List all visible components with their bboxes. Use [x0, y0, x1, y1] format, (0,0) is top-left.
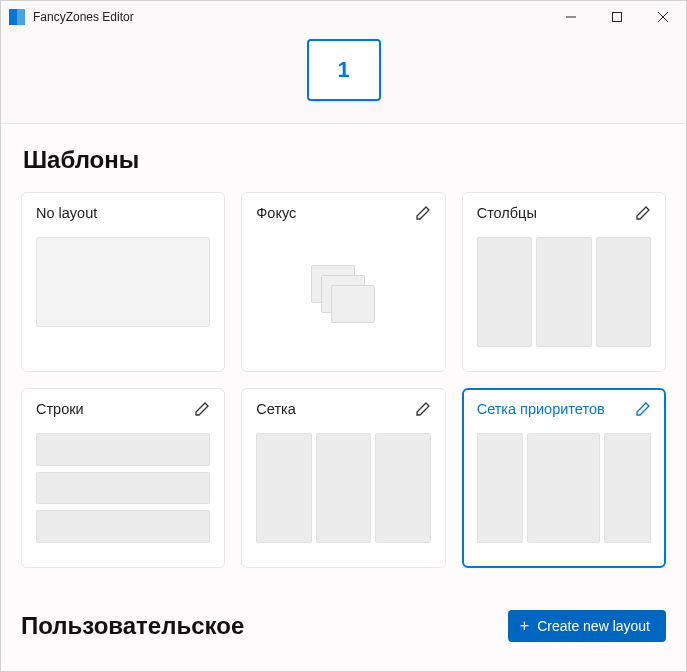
monitor-preview[interactable]: 1	[307, 39, 381, 101]
layout-preview-blank	[36, 237, 210, 327]
template-card-columns[interactable]: Столбцы	[462, 192, 666, 372]
layout-preview-priority	[477, 433, 651, 543]
templates-heading: Шаблоны	[23, 146, 666, 174]
template-label: Сетка	[256, 401, 295, 417]
template-card-grid[interactable]: Сетка	[241, 388, 445, 568]
template-card-rows[interactable]: Строки	[21, 388, 225, 568]
monitor-header: 1	[1, 33, 686, 124]
minimize-button[interactable]	[548, 1, 594, 33]
pencil-icon[interactable]	[194, 401, 210, 417]
template-card-priority-grid[interactable]: Сетка приоритетов	[462, 388, 666, 568]
template-label: No layout	[36, 205, 97, 221]
titlebar: FancyZones Editor	[1, 1, 686, 33]
pencil-icon[interactable]	[635, 401, 651, 417]
create-new-layout-button[interactable]: + Create new layout	[508, 610, 666, 642]
plus-icon: +	[520, 618, 529, 634]
template-label: Столбцы	[477, 205, 537, 221]
monitor-number: 1	[337, 57, 349, 83]
create-layout-label: Create new layout	[537, 618, 650, 634]
pencil-icon[interactable]	[415, 401, 431, 417]
template-card-no-layout[interactable]: No layout	[21, 192, 225, 372]
custom-heading: Пользовательское	[21, 612, 244, 640]
window-controls	[548, 1, 686, 33]
layout-preview-rows	[36, 433, 210, 543]
template-label: Строки	[36, 401, 84, 417]
template-label: Фокус	[256, 205, 296, 221]
close-button[interactable]	[640, 1, 686, 33]
template-card-focus[interactable]: Фокус	[241, 192, 445, 372]
svg-rect-1	[613, 13, 622, 22]
pencil-icon[interactable]	[415, 205, 431, 221]
app-icon	[9, 9, 25, 25]
layout-preview-focus	[311, 265, 375, 323]
layout-preview-grid	[256, 433, 430, 543]
pencil-icon[interactable]	[635, 205, 651, 221]
layout-preview-columns	[477, 237, 651, 347]
template-label: Сетка приоритетов	[477, 401, 605, 417]
window-title: FancyZones Editor	[33, 10, 134, 24]
maximize-button[interactable]	[594, 1, 640, 33]
content-scroll[interactable]: Шаблоны No layout Фокус	[1, 124, 686, 672]
templates-grid: No layout Фокус Столбцы	[21, 192, 666, 568]
